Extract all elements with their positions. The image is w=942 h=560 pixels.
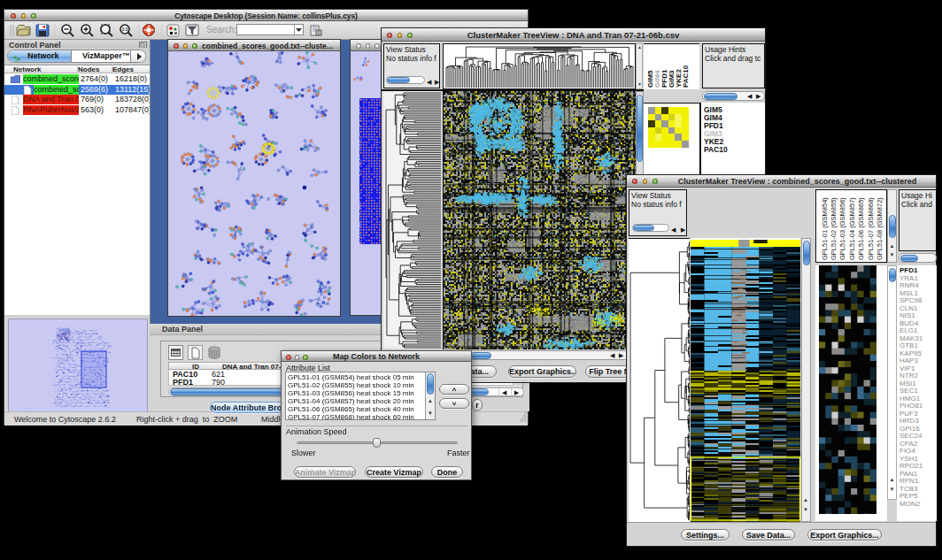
svg-text:1:1: 1:1 (121, 27, 127, 32)
